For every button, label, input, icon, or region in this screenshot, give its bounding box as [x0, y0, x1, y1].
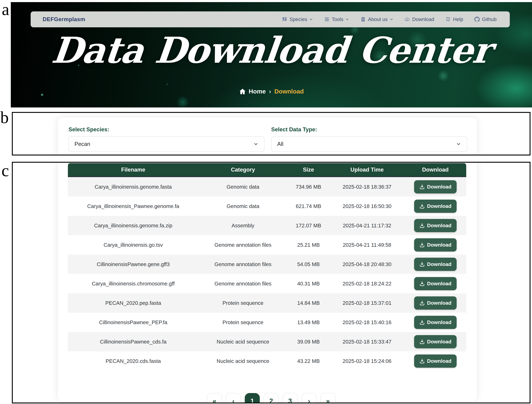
nav-item-label: Download	[412, 17, 434, 22]
nav-item-species[interactable]: Species	[282, 17, 313, 22]
github-icon	[474, 17, 480, 22]
download-button-label: Download	[427, 203, 451, 209]
download-button-label: Download	[427, 339, 451, 345]
chevron-down-icon	[456, 141, 461, 147]
cell-category: Protein sequence	[199, 319, 287, 325]
cell-upload-time: 2025-02-18 15:37:01	[330, 300, 404, 306]
book-icon	[445, 17, 451, 22]
table-row: PECAN_2020.cds.fastaNucleic acid sequenc…	[68, 351, 466, 371]
cell-filename: Carya_illinoinensis.genome.fasta	[68, 184, 199, 190]
page-title: Data Download Center	[11, 32, 532, 69]
cell-category: Nucleic acid sequence	[199, 358, 287, 364]
cell-filename: CillinoinensisPawnee.gene.gff3	[68, 261, 199, 267]
cell-size: 43.22 MB	[287, 358, 330, 364]
cell-upload-time: 2025-02-18 18:24:22	[330, 281, 404, 287]
table-panel: FilenameCategorySizeUpload TimeDownload …	[12, 162, 531, 404]
figure-label-b: b	[0, 109, 9, 126]
cloud-download-icon	[404, 17, 410, 22]
cell-upload-time: 2025-02-18 15:40:16	[330, 319, 404, 325]
datatype-select-label: Select Data Type:	[271, 126, 317, 133]
brand-logo[interactable]: DEFGermplasm	[43, 16, 85, 23]
column-header-size: Size	[287, 167, 330, 173]
cell-upload-time: 2025-02-18 18:36:37	[330, 184, 404, 190]
pagination-prev-button[interactable]: ‹	[226, 393, 241, 404]
download-button[interactable]: Download	[414, 335, 456, 348]
filter-card: Select Species: Pecan Select Data Type: …	[58, 117, 477, 156]
cell-upload-time: 2025-04-21 11:17:32	[330, 222, 404, 228]
nav-item-help[interactable]: Help	[445, 17, 463, 22]
download-button[interactable]: Download	[414, 219, 456, 232]
nav-item-about-us[interactable]: About us	[360, 17, 393, 22]
cell-category: Protein sequence	[199, 300, 287, 306]
column-header-upload-time: Upload Time	[330, 167, 404, 173]
cell-filename: PECAN_2020.pep.fasta	[68, 300, 199, 306]
table-row: PECAN_2020.pep.fastaProtein sequence14.8…	[68, 293, 466, 313]
species-select[interactable]: Pecan	[69, 136, 264, 152]
chevron-down-icon	[253, 141, 258, 147]
download-button-label: Download	[427, 300, 451, 306]
download-button[interactable]: Download	[414, 297, 456, 309]
download-button[interactable]: Download	[414, 277, 456, 290]
nav-item-download[interactable]: Download	[404, 17, 434, 22]
cell-size: 172.07 MB	[287, 222, 330, 228]
download-button-label: Download	[427, 222, 451, 228]
hero-banner: DEFGermplasm SpeciesToolsAbout usDownloa…	[11, 2, 532, 107]
table-body: Carya_illinoinensis.genome.fastaGenomic …	[68, 177, 466, 371]
pagination-first-button[interactable]: «	[207, 393, 222, 404]
cell-upload-time: 2025-02-18 16:50:30	[330, 203, 404, 209]
pagination-last-button[interactable]: »	[320, 393, 335, 404]
page-2-button[interactable]: 2	[264, 393, 279, 404]
download-button-label: Download	[427, 358, 451, 364]
table-row: CillinoinensisPawnee.gene.gff3Genome ann…	[68, 254, 466, 274]
breadcrumb-home-link[interactable]: Home	[249, 88, 266, 95]
download-button-label: Download	[427, 281, 451, 286]
home-icon	[239, 88, 246, 95]
pagination-next-button[interactable]: ›	[301, 393, 316, 404]
table-row: Carya_illinoinensis_Pawnee.genome.faGeno…	[68, 196, 466, 216]
table-row: CillinoinensisPawnee_PEP.faProtein seque…	[68, 313, 466, 332]
cell-size: 13.49 MB	[287, 319, 330, 325]
page-3-button[interactable]: 3	[282, 393, 298, 404]
download-table: FilenameCategorySizeUpload TimeDownload …	[68, 163, 466, 371]
download-button[interactable]: Download	[414, 258, 456, 271]
cell-filename: Carya_illinoinensis.genome.fa.zip	[68, 222, 199, 228]
cell-category: Genomic data	[199, 203, 287, 209]
download-icon	[419, 203, 425, 209]
figure-label-c: c	[1, 162, 9, 179]
nav-item-label: Help	[453, 17, 463, 22]
download-button[interactable]: Download	[414, 316, 456, 329]
species-select-value: Pecan	[75, 141, 90, 147]
page-1-button[interactable]: 1	[245, 393, 260, 404]
nav-item-github[interactable]: Github	[474, 17, 497, 22]
nav-menu: SpeciesToolsAbout usDownloadHelpGithub	[282, 17, 497, 22]
filter-panel: Select Species: Pecan Select Data Type: …	[12, 112, 531, 156]
download-button-label: Download	[427, 184, 451, 190]
cell-upload-time: 2025-02-18 15:33:47	[330, 339, 404, 345]
column-header-category: Category	[199, 167, 287, 173]
download-button[interactable]: Download	[414, 200, 456, 213]
table-row: Carya_illinoinensis.go.tsvGenome annotat…	[68, 235, 466, 254]
cell-category: Genome annotation files	[199, 261, 287, 267]
download-button-label: Download	[427, 319, 451, 325]
download-icon	[419, 281, 425, 286]
cell-filename: CillinoinensisPawnee_cds.fa	[68, 339, 199, 345]
cell-size: 40.31 MB	[287, 281, 330, 287]
cell-size: 39.09 MB	[287, 339, 330, 345]
cell-size: 54.05 MB	[287, 261, 330, 267]
download-button[interactable]: Download	[414, 238, 456, 252]
table-row: Carya_illinoinensis.genome.fastaGenomic …	[68, 177, 466, 196]
nav-item-label: Species	[289, 17, 307, 22]
nav-item-label: Github	[482, 17, 497, 22]
download-button[interactable]: Download	[414, 180, 456, 193]
breadcrumb-current: Download	[274, 88, 304, 95]
nav-item-tools[interactable]: Tools	[324, 17, 349, 22]
cell-category: Genome annotation files	[199, 242, 287, 248]
table-row: Carya_illinoinensis.genome.fa.zipAssembl…	[68, 216, 466, 235]
cell-filename: PECAN_2020.cds.fasta	[68, 358, 199, 364]
datatype-select[interactable]: All	[271, 136, 467, 152]
download-button-label: Download	[427, 242, 451, 248]
chevron-down-icon	[345, 17, 349, 21]
cell-filename: CillinoinensisPawnee_PEP.fa	[68, 319, 199, 325]
download-button[interactable]: Download	[414, 354, 456, 368]
cell-filename: Carya_illinoinensis_Pawnee.genome.fa	[68, 203, 199, 209]
